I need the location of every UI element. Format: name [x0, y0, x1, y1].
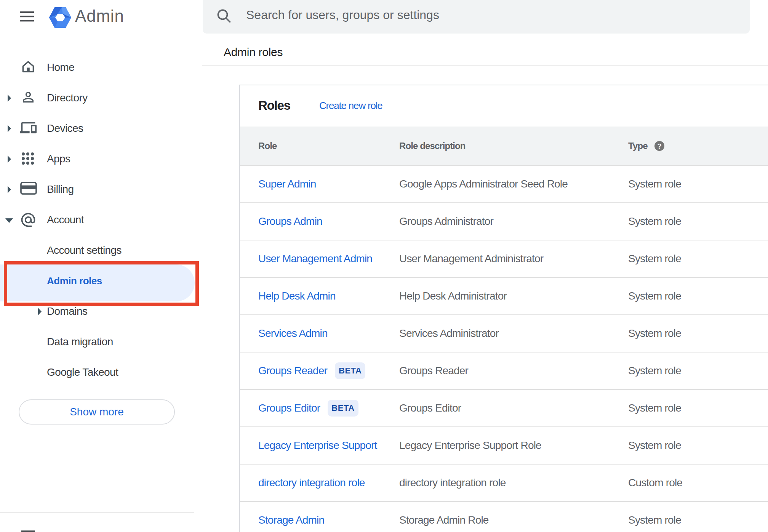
svg-text:?: ?: [657, 142, 662, 150]
